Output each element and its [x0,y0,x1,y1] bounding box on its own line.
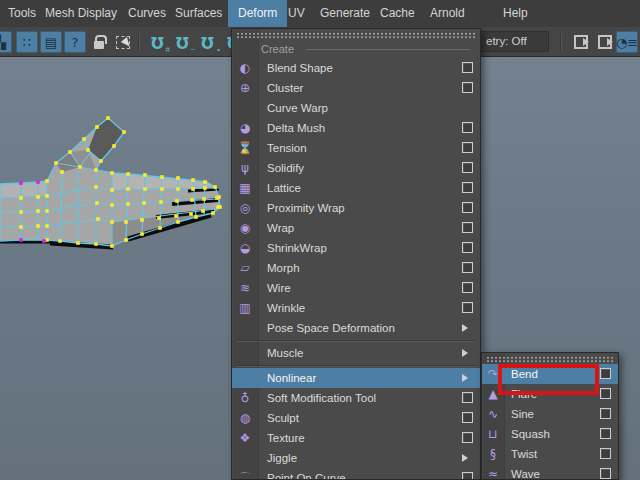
menu-item-morph[interactable]: ▱Morph [232,258,480,278]
option-box[interactable] [462,142,473,153]
menubar-item-cache[interactable]: Cache [370,0,425,27]
tutorial-highlight-box [498,364,599,395]
option-box[interactable] [600,408,611,419]
option-box[interactable] [462,202,473,213]
nonlinear-submenu: ↷Bend▲Flare∿Sine⊔Squash§Twist≈Wave [481,352,619,480]
menu-item-cluster[interactable]: ⊕Cluster [232,78,480,98]
menu-item-label: Nonlinear [267,372,316,384]
menu-item-jiggle[interactable]: Jiggle [232,448,480,468]
menubar: ToolsMesh DisplayCurvesSurfacesDeformUVG… [0,0,640,27]
playblast-icon[interactable]: ▤ [40,31,62,53]
snap-curve-icon[interactable]: Ω~ [173,31,195,53]
cluster-icon: ⊕ [232,78,258,98]
option-box[interactable] [462,282,473,293]
menu-item-blend-shape[interactable]: ◐Blend Shape [232,58,480,78]
snap-point-icon[interactable]: Ω• [198,31,220,53]
soft-select-icon[interactable]: ∷ [16,31,38,53]
time-options-icon[interactable]: ◔≡ [616,31,638,53]
option-box[interactable] [462,122,473,133]
menu-item-pose-space-deformation[interactable]: Pose Space Deformation [232,318,480,338]
option-box[interactable] [600,468,611,479]
menu-item-label: Proximity Wrap [267,202,345,214]
menu-item-label: Texture [267,432,305,444]
option-box[interactable] [600,368,611,379]
menubar-item-help[interactable]: Help [493,0,538,27]
menubar-item-arnold[interactable]: Arnold [420,0,475,27]
option-box[interactable] [462,182,473,193]
wrinkle-icon: ▥ [232,298,258,318]
submenu-item-label: Twist [511,448,537,460]
menu-item-label: Pose Space Deformation [267,322,395,334]
menu-item-wire[interactable]: ≋Wire [232,278,480,298]
menu-item-sculpt[interactable]: ◍Sculpt [232,408,480,428]
menu-item-wrap[interactable]: ◉Wrap [232,218,480,238]
option-box[interactable] [462,242,473,253]
option-box[interactable] [462,262,473,273]
menu-item-label: Muscle [267,347,303,359]
option-box[interactable] [462,222,473,233]
menu-item-solidify[interactable]: ψSolidify [232,158,480,178]
blend-shape-icon: ◐ [232,58,258,78]
menu-item-shrinkwrap[interactable]: ◒ShrinkWrap [232,238,480,258]
menu-item-curve-warp[interactable]: Curve Warp [232,98,480,118]
tension-icon: ⌛ [232,138,258,158]
menubar-item-surfaces[interactable]: Surfaces [165,0,232,27]
option-box[interactable] [600,388,611,399]
menu-item-label: Point On Curve [267,472,346,480]
submenu-item-wave[interactable]: ≈Wave [482,464,618,480]
menu-tearoff-handle[interactable] [236,32,476,39]
menu-item-wrinkle[interactable]: ▥Wrinkle [232,298,480,318]
menu-item-label: Wrinkle [267,302,305,314]
snap-grid-icon[interactable]: Ω# [148,31,170,53]
option-box[interactable] [462,432,473,443]
menu-item-label: Cluster [267,82,303,94]
marquee-select-icon[interactable] [112,31,134,53]
menu-item-muscle[interactable]: Muscle [232,343,480,363]
option-box[interactable] [462,392,473,403]
deform-menu: Create ◐Blend Shape⊕ClusterCurve Warp◕De… [231,28,481,480]
menubar-item-mesh-display[interactable]: Mesh Display [35,0,127,27]
output-connections-icon[interactable] [594,31,616,53]
help-icon[interactable]: ? [64,31,86,53]
menu-item-tension[interactable]: ⌛Tension [232,138,480,158]
menu-item-nonlinear[interactable]: Nonlinear [232,368,480,388]
menu-item-point-on-curve[interactable]: ⌒Point On Curve [232,468,480,480]
menu-item-lattice[interactable]: ▦Lattice [232,178,480,198]
wire-icon: ≋ [232,278,258,298]
option-box[interactable] [462,162,473,173]
lock-icon[interactable] [88,31,110,53]
option-box[interactable] [462,62,473,73]
lattice-icon: ▦ [232,178,258,198]
menu-item-soft-modification-tool[interactable]: ♁Soft Modification Tool [232,388,480,408]
menu-item-proximity-wrap[interactable]: ◎Proximity Wrap [232,198,480,218]
option-box[interactable] [600,448,611,459]
menu-item-texture[interactable]: ❖Texture [232,428,480,448]
solidify-icon: ψ [232,158,258,178]
option-box[interactable] [600,428,611,439]
option-box[interactable] [462,412,473,423]
joint-tool-icon[interactable]: ▚ [0,31,12,53]
submenu-item-label: Squash [511,428,550,440]
input-connections-icon[interactable] [570,31,592,53]
point-on-curve-icon: ⌒ [232,468,258,480]
menu-item-delta-mush[interactable]: ◕Delta Mush [232,118,480,138]
option-box[interactable] [462,82,473,93]
wave-icon: ≈ [482,464,504,480]
submenu-tearoff-handle[interactable] [486,356,614,363]
wrap-icon: ◉ [232,218,258,238]
option-box[interactable] [462,472,473,480]
texture-icon: ❖ [232,428,258,448]
menu-item-label: Curve Warp [267,102,328,114]
menu-item-label: Blend Shape [267,62,333,74]
delta-mush-icon: ◕ [232,118,258,138]
menu-item-label: Sculpt [267,412,299,424]
menu-item-label: Wrap [267,222,294,234]
menu-item-label: Jiggle [267,452,297,464]
menu-item-label: Lattice [267,182,301,194]
submenu-item-sine[interactable]: ∿Sine [482,404,618,424]
option-box[interactable] [462,302,473,313]
submenu-item-twist[interactable]: §Twist [482,444,618,464]
proximity-wrap-icon: ◎ [232,198,258,218]
submenu-item-squash[interactable]: ⊔Squash [482,424,618,444]
menu-section-header: Create [232,40,480,58]
